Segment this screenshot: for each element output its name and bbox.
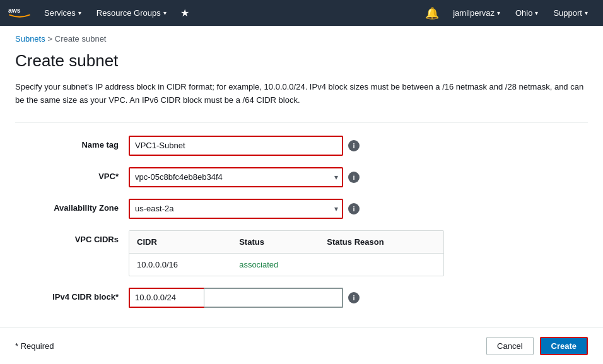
region-chevron-icon: ▾ <box>535 9 538 16</box>
svg-text:aws: aws <box>8 6 21 13</box>
ipv4-cidr-label: IPv4 CIDR block* <box>15 288 129 302</box>
region-menu[interactable]: Ohio ▾ <box>508 0 546 26</box>
breadcrumb-current: Create subnet <box>55 34 107 44</box>
aws-logo[interactable]: aws <box>8 4 32 22</box>
page-content: Create subnet Specify your subnet's IP a… <box>0 46 603 334</box>
cidr-cell-reason <box>319 257 443 272</box>
user-label: jamilpervaz <box>453 8 495 18</box>
cidr-cell-status: associated <box>231 257 319 272</box>
cidr-header-cidr: CIDR <box>129 235 231 249</box>
page-footer: * Required Cancel Create <box>0 327 603 334</box>
divider <box>15 122 588 123</box>
cidr-header-status: Status <box>231 235 319 249</box>
ipv4-suffix-input[interactable] <box>204 288 343 308</box>
az-control: us-east-2a us-east-2b us-east-2c No pref… <box>129 199 588 219</box>
name-tag-input[interactable] <box>129 136 343 156</box>
name-tag-info-icon[interactable]: i <box>348 140 360 151</box>
page-description: Specify your subnet's IP address block i… <box>15 81 588 107</box>
favorites-nav[interactable]: ★ <box>174 0 196 26</box>
name-tag-control: i <box>129 136 588 156</box>
vpc-cidrs-control: CIDR Status Status Reason 10.0.0.0/16 as… <box>129 230 588 276</box>
vpc-label: VPC* <box>15 167 129 181</box>
az-row: Availability Zone us-east-2a us-east-2b … <box>15 199 588 219</box>
vpc-cidrs-label: VPC CIDRs <box>15 230 129 244</box>
az-select-wrap: us-east-2a us-east-2b us-east-2c No pref… <box>129 199 343 219</box>
vpc-select-wrap: vpc-05c8bfc4eb8eb34f4 ▾ <box>129 167 343 187</box>
services-chevron-icon: ▾ <box>78 9 81 16</box>
ipv4-prefix-input[interactable] <box>129 288 204 308</box>
breadcrumb-parent[interactable]: Subnets <box>15 34 45 44</box>
nav-right: 🔔 jamilpervaz ▾ Ohio ▾ Support ▾ <box>419 0 595 26</box>
vpc-row: VPC* vpc-05c8bfc4eb8eb34f4 ▾ i <box>15 167 588 187</box>
az-label: Availability Zone <box>15 199 129 213</box>
nav-bar: aws Services ▾ Resource Groups ▾ ★ 🔔 jam… <box>0 0 603 26</box>
region-label: Ohio <box>515 8 532 18</box>
vpc-control: vpc-05c8bfc4eb8eb34f4 ▾ i <box>129 167 588 187</box>
bell-icon[interactable]: 🔔 <box>419 0 445 26</box>
ipv4-input-group <box>129 288 343 308</box>
breadcrumb: Subnets > Create subnet <box>0 26 603 46</box>
support-chevron-icon: ▾ <box>585 9 588 16</box>
page-title: Create subnet <box>15 51 588 71</box>
form-section: Name tag i VPC* vpc-05c8bfc4eb8eb34f4 ▾ … <box>15 136 588 308</box>
user-menu[interactable]: jamilpervaz ▾ <box>445 0 508 26</box>
name-tag-label: Name tag <box>15 136 129 150</box>
resource-groups-label: Resource Groups <box>97 8 161 18</box>
support-label: Support <box>553 8 582 18</box>
az-info-icon[interactable]: i <box>348 203 360 214</box>
vpc-info-icon[interactable]: i <box>348 172 360 183</box>
support-menu[interactable]: Support ▾ <box>546 0 595 26</box>
ipv4-cidr-row: IPv4 CIDR block* i <box>15 288 588 308</box>
user-chevron-icon: ▾ <box>497 9 500 16</box>
ipv4-info-icon[interactable]: i <box>348 292 360 303</box>
resource-groups-chevron-icon: ▾ <box>163 9 167 16</box>
cidr-table-header: CIDR Status Status Reason <box>129 231 443 254</box>
vpc-cidrs-row: VPC CIDRs CIDR Status Status Reason 10.0… <box>15 230 588 276</box>
cidr-cell-cidr: 10.0.0.0/16 <box>129 257 231 272</box>
services-nav[interactable]: Services ▾ <box>37 0 89 26</box>
cidr-table: CIDR Status Status Reason 10.0.0.0/16 as… <box>129 230 444 276</box>
name-tag-row: Name tag i <box>15 136 588 156</box>
services-label: Services <box>44 8 76 18</box>
resource-groups-nav[interactable]: Resource Groups ▾ <box>89 0 174 26</box>
ipv4-cidr-control: i <box>129 288 588 308</box>
breadcrumb-separator: > <box>48 34 55 44</box>
table-row: 10.0.0.0/16 associated <box>129 254 443 276</box>
cidr-header-reason: Status Reason <box>319 235 443 249</box>
vpc-select[interactable]: vpc-05c8bfc4eb8eb34f4 <box>129 167 343 187</box>
az-select[interactable]: us-east-2a us-east-2b us-east-2c No pref… <box>129 199 343 219</box>
